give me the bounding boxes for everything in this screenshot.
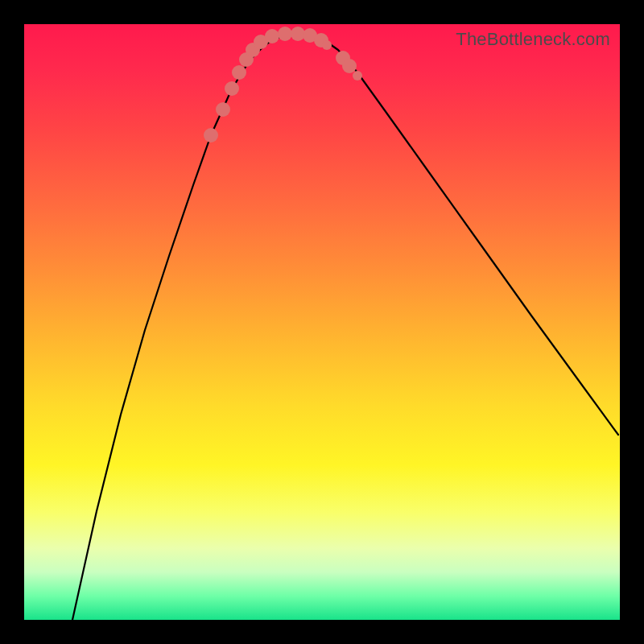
marker-dot (204, 128, 218, 142)
chart-frame: TheBottleneck.com (24, 24, 620, 620)
marker-dot (232, 65, 246, 80)
bottleneck-plot (24, 24, 620, 620)
marker-dot (225, 81, 239, 96)
bottleneck-curve (72, 34, 618, 620)
marker-dot (353, 71, 362, 80)
marker-dot (322, 40, 332, 50)
watermark-text: TheBottleneck.com (456, 29, 610, 50)
marker-dot (265, 29, 279, 43)
marker-dot (278, 27, 292, 41)
marker-dot (216, 102, 230, 117)
highlight-markers (204, 27, 362, 142)
marker-dot (342, 59, 357, 73)
